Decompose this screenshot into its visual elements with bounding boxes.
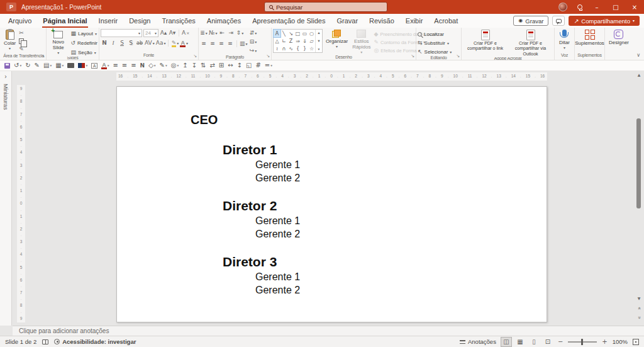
menu-tab-arquivo[interactable]: Arquivo [3,14,37,28]
scroll-up-icon[interactable]: ▲ [635,72,643,77]
align-left-button[interactable]: ≡ [112,61,118,71]
more-commands-button[interactable]: =▾ [264,61,273,71]
next-slide-icon[interactable]: » [636,314,642,322]
menu-tab-exibir[interactable]: Exibir [400,14,429,28]
increase-font-button[interactable]: A▴ [160,29,167,37]
scribble-shape-icon[interactable]: ≀ [274,45,280,52]
dictate-button[interactable]: Ditar ▾ [558,29,571,50]
format-painter-button[interactable]: ✎ [34,61,40,71]
reuse-slides-button[interactable] [67,61,75,71]
text-box-shape-icon[interactable]: A [274,30,280,37]
expand-thumbnails-icon[interactable]: › [4,74,7,80]
justify-button[interactable]: ≡ [226,40,234,48]
right-brace-shape-icon[interactable]: } [301,45,308,52]
search-box[interactable]: Pesquisar [264,2,387,12]
shapes-scroll-down-icon[interactable]: ▼ [317,39,320,43]
freeform-shape-icon[interactable]: Z [287,37,294,45]
font-size-combo[interactable]: 24 ▾ [143,29,158,37]
align-right-button[interactable]: ≡ [218,40,225,48]
slide-text-diretor-3[interactable]: Diretor 3 [223,253,547,270]
triangle-shape-icon[interactable]: △ [274,37,280,45]
normal-view-button[interactable]: ◫ [501,338,511,346]
font-color-button[interactable]: A▾ [180,39,188,47]
slide-text-gerente-1[interactable]: Gerente 1 [255,214,547,227]
cut-button[interactable]: ✂ [19,30,26,37]
zoom-slider-thumb[interactable] [581,339,583,345]
columns-button[interactable]: ▥▾ [240,40,248,48]
slideshow-view-button[interactable]: ⊡ [543,338,553,346]
decrease-font-button[interactable]: A▾ [169,29,176,37]
slide-text-gerente-2[interactable]: Gerente 2 [255,227,547,241]
arrange-button[interactable]: Organizar ▾ [325,29,349,49]
slide-text-ceo[interactable]: CEO [191,111,547,128]
slide-text-gerente-2[interactable]: Gerente 2 [255,283,547,297]
align-center-button[interactable]: ≡ [209,40,216,48]
slide-canvas[interactable]: CEODiretor 1Gerente 1Gerente 2Diretor 2G… [116,86,547,322]
reset-button[interactable]: ↺Redefinir [70,39,97,47]
shape-fill-button[interactable]: ◇▾ [148,61,156,71]
arc-shape-icon[interactable]: ∩ [280,45,287,52]
scroll-down-icon[interactable]: ▼ [635,296,643,300]
line-arrow-shape-icon[interactable]: ↘ [287,30,294,37]
menu-tab-página-inicial[interactable]: Página Inicial [37,14,92,28]
group-objects-button[interactable]: ◱ [245,61,252,71]
send-backward-button[interactable]: ↧ [191,61,197,71]
close-button[interactable]: × [630,4,639,11]
zoom-out-button[interactable]: − [558,338,563,345]
shapes-scroll-up-icon[interactable]: ▲ [317,31,320,35]
right-angle-shape-icon[interactable]: ∟ [280,37,287,45]
paragraph-dialog-launcher[interactable]: ↘ [266,54,270,59]
redo-button[interactable]: ↻ [25,61,31,71]
menu-tab-apresentação-de-slides[interactable]: Apresentação de Slides [247,14,331,28]
notes-pane[interactable]: Clique para adicionar anotações [13,326,644,336]
addins-button[interactable]: Suplementos [574,29,606,47]
arrow-right-shape-icon[interactable]: ⇒ [294,37,301,45]
character-spacing-button[interactable]: AV▾ [145,39,155,47]
crop-button[interactable]: # [255,61,261,71]
slide-text-diretor-1[interactable]: Diretor 1 [223,141,547,158]
editing-dialog-launcher[interactable]: ↘ [456,54,460,59]
layout-button[interactable]: ▦▾ [55,61,64,71]
restore-button[interactable]: □ [611,4,620,11]
text-direction-button[interactable]: ⇵▾ [250,29,257,37]
arrow-down-shape-icon[interactable]: ⇓ [301,37,308,45]
menu-tab-design[interactable]: Design [123,14,156,28]
align-objects-button[interactable]: ⊞ [218,61,225,71]
distribute-horizontal-button[interactable]: ↔ [227,61,233,71]
font-color-button[interactable]: A▾ [101,61,109,71]
convert-smartart-button[interactable]: ↪▾ [250,47,257,55]
user-avatar[interactable] [558,3,567,11]
slide-text-diretor-2[interactable]: Diretor 2 [223,197,547,214]
find-button[interactable]: Localizar [418,30,452,38]
text-shadow-button[interactable]: S [127,39,135,47]
paste-button[interactable]: Colar ▾ [3,29,17,51]
change-case-button[interactable]: Aa▾ [156,39,166,47]
undo-button[interactable]: ↺▾ [13,61,22,71]
menu-tab-inserir[interactable]: Inserir [93,14,124,28]
align-center-button[interactable]: ≡ [121,61,128,71]
font-dialog-launcher[interactable]: ↘ [193,54,197,59]
share-button[interactable]: ↗ Compartilhamento ▾ [569,16,640,26]
decrease-indent-button[interactable]: ⇤ [218,29,226,37]
flip-vertical-button[interactable]: ⇅ [200,61,206,71]
bold-button[interactable]: N [101,39,108,47]
menu-tab-animações[interactable]: Animações [201,14,247,28]
spell-check-icon[interactable] [42,339,48,344]
section-button[interactable]: ▤Seção▾ [70,48,97,57]
lightbulb-icon[interactable] [577,4,582,9]
zoom-level[interactable]: 100% [613,338,628,345]
zoom-slider[interactable] [568,341,597,343]
drawing-dialog-launcher[interactable]: ↘ [411,54,414,59]
replace-button[interactable]: ⇆Substituir▾ [418,39,452,47]
minimize-button[interactable]: – [592,4,601,11]
menu-tab-acrobat[interactable]: Acrobat [428,14,464,28]
quick-styles-button[interactable]: Estilos Rápidos ▾ [351,29,372,55]
bold-button[interactable]: N [140,61,146,71]
text-highlight-button[interactable]: ✎▾ [171,39,179,47]
powerpoint-app-icon[interactable]: P [6,3,16,11]
flip-horizontal-button[interactable]: ⇄ [209,61,215,71]
slide-text-gerente-2[interactable]: Gerente 2 [255,171,547,185]
slide-text-gerente-1[interactable]: Gerente 1 [255,158,547,171]
scrollbar-thumb[interactable] [636,118,641,208]
oval-shape-icon[interactable]: ○ [308,30,315,37]
